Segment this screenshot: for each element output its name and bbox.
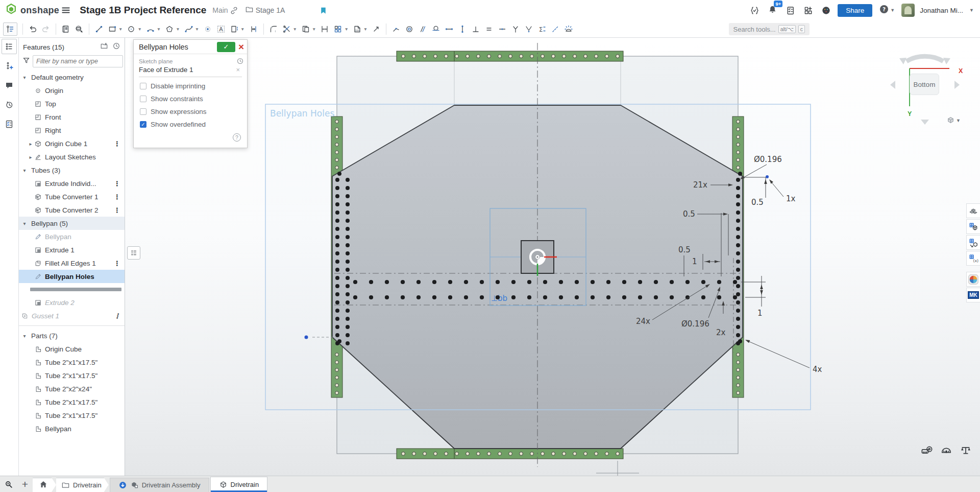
dimension-tool-icon[interactable]	[318, 23, 331, 35]
tree-item[interactable]: Front	[19, 110, 125, 124]
add-feature-icon[interactable]	[2, 58, 17, 74]
arc-tool-icon[interactable]: ▼	[144, 23, 163, 35]
grid-cube-tool-icon[interactable]	[966, 219, 980, 234]
move-tool-icon[interactable]	[370, 23, 383, 35]
document-tab-drivetrain[interactable]: Drivetrain	[210, 477, 268, 492]
checkbox-box[interactable]	[140, 96, 146, 102]
undo-icon[interactable]	[26, 23, 39, 35]
polygon-tool-icon[interactable]: ▼	[163, 23, 182, 35]
point-tool-icon[interactable]	[201, 23, 214, 35]
tasks-icon[interactable]	[784, 4, 797, 17]
tree-item[interactable]: Tube 2"x1"x17.5"	[19, 409, 125, 422]
coincident-constraint-icon[interactable]	[389, 23, 403, 35]
item-menu-dots-icon[interactable]: ⋮	[114, 180, 120, 188]
parallel-constraint-icon[interactable]	[416, 23, 429, 35]
share-button[interactable]: Share	[838, 4, 872, 17]
dialog-cancel-icon[interactable]: ×	[238, 42, 244, 52]
checkbox-show-expressions[interactable]: Show expressions	[140, 108, 241, 115]
versions-list-icon[interactable]	[2, 116, 17, 132]
view-cube[interactable]: Bottom X Y ▼	[884, 45, 966, 126]
vertical-constraint-icon[interactable]	[456, 23, 469, 35]
text-tool-icon[interactable]: A	[214, 23, 228, 35]
use-project-icon[interactable]: ▼	[228, 23, 247, 35]
comments-icon[interactable]	[2, 78, 17, 93]
item-menu-dots-icon[interactable]: ⋮	[114, 312, 120, 320]
rollback-clock-icon[interactable]	[236, 57, 244, 67]
tree-item[interactable]: Tube 2"x1"x17.5"	[19, 356, 125, 369]
theme-palette-icon[interactable]	[820, 4, 832, 17]
item-menu-dots-icon[interactable]: ⋮	[114, 193, 120, 201]
parts-list-tool-icon[interactable]	[966, 203, 980, 218]
tree-item[interactable]: Tube Converter 2⋮	[19, 203, 125, 217]
checkbox-box[interactable]: ✓	[140, 121, 146, 128]
tree-item[interactable]: Extrude 2	[19, 296, 125, 309]
clear-plane-icon[interactable]: ×	[236, 66, 240, 74]
document-tab-drivetrain-assembly[interactable]: Drivetrain Assembly	[110, 478, 209, 492]
circle-tool-icon[interactable]: ▼	[125, 23, 143, 35]
import-dxf-icon[interactable]: DXF▼	[351, 23, 370, 35]
feature-list-toggle-icon[interactable]	[127, 246, 140, 260]
spline-tool-icon[interactable]: ▼	[182, 23, 201, 35]
hamburger-menu-icon[interactable]	[59, 4, 72, 17]
checkbox-box[interactable]	[140, 108, 146, 115]
rectangle-tool-icon[interactable]: ▼	[106, 23, 125, 35]
surface-icon[interactable]	[72, 23, 86, 35]
filter-funnel-icon[interactable]	[22, 56, 31, 67]
concentric-constraint-icon[interactable]	[403, 23, 416, 35]
horizontal-constraint-icon[interactable]	[443, 23, 456, 35]
transform-copy-icon[interactable]: ▼	[299, 23, 318, 35]
checkbox-disable-imprinting[interactable]: Disable imprinting	[140, 82, 241, 90]
normal-constraint-icon[interactable]	[509, 23, 522, 35]
show-constraints-icon[interactable]	[562, 23, 575, 35]
grid-expression-tool-icon[interactable]: (x)	[966, 251, 980, 266]
perpendicular-constraint-icon[interactable]	[469, 23, 482, 35]
pierce-constraint-icon[interactable]	[522, 23, 535, 35]
search-tools-input[interactable]: Search tools... alt/⌥ c	[729, 23, 810, 35]
trim-tool-icon[interactable]: ▼	[280, 23, 299, 35]
tree-item[interactable]: Tube 2"x2"x24"	[19, 382, 125, 395]
pinwheel-app-icon[interactable]	[966, 272, 980, 287]
variable-icon[interactable]: Σ	[535, 23, 549, 35]
dialog-accept-button[interactable]: ✓	[217, 42, 235, 52]
dialog-help-icon[interactable]: ?	[233, 133, 241, 142]
add-tab-button[interactable]: +	[17, 476, 33, 492]
solid-model-icon[interactable]	[59, 23, 72, 35]
tree-item[interactable]: Gusset 1⋮	[19, 309, 125, 322]
notifications-bell-icon[interactable]: 9+	[766, 3, 779, 18]
document-title[interactable]: Stage 1B Project Reference	[80, 5, 206, 16]
tree-item[interactable]: Tube Converter 1⋮	[19, 190, 125, 203]
home-tab[interactable]	[33, 478, 56, 492]
sketch-feature-icon[interactable]	[3, 22, 17, 36]
onshape-logo[interactable]: onshape	[5, 3, 59, 17]
tree-item[interactable]: Extrude Individ...⋮	[19, 177, 125, 190]
insert-folder-icon[interactable]	[100, 42, 108, 52]
tree-section-bellypan-5-[interactable]: ▾Bellypan (5)	[19, 217, 125, 230]
tree-item[interactable]: Origin Cube	[19, 342, 125, 356]
feature-history-icon[interactable]	[112, 42, 120, 52]
sketch-plane-value[interactable]: Face of Extrude 1	[139, 66, 236, 74]
tree-section-tubes-3-[interactable]: ▾Tubes (3)	[19, 163, 125, 177]
protractor-icon[interactable]	[940, 444, 952, 458]
tree-item[interactable]: Top	[19, 97, 125, 110]
tree-item[interactable]: ▸Origin Cube 1⋮	[19, 137, 125, 150]
rollback-bar[interactable]	[30, 288, 121, 291]
item-menu-dots-icon[interactable]: ⋮	[114, 140, 120, 148]
view-cube-face[interactable]: Bottom	[910, 74, 939, 95]
featurescript-icon[interactable]	[748, 4, 761, 17]
dialog-titlebar[interactable]: Bellypan Holes ✓ ×	[134, 40, 247, 54]
tree-item[interactable]: Bellypan Holes	[19, 270, 125, 283]
tree-item[interactable]: Tube 2"x1"x17.5"	[19, 395, 125, 409]
user-menu-caret-icon[interactable]: ▼	[969, 8, 974, 13]
help-icon[interactable]: ?▼	[877, 3, 896, 18]
tree-caret-icon[interactable]: ▸	[27, 141, 34, 147]
checkbox-box[interactable]	[140, 83, 146, 89]
redo-icon[interactable]	[39, 23, 53, 35]
follow-flag-icon[interactable]	[317, 5, 329, 16]
filter-input[interactable]	[33, 55, 123, 67]
tree-item[interactable]: ▸Layout Sketches	[19, 150, 125, 163]
mk-app-icon[interactable]: MK	[966, 288, 980, 302]
tree-item[interactable]: Tube 2"x1"x17.5"	[19, 369, 125, 382]
fillet-tool-icon[interactable]	[267, 23, 280, 35]
tree-item[interactable]: Extrude 1	[19, 243, 125, 256]
tree-item[interactable]: Bellypan	[19, 230, 125, 243]
